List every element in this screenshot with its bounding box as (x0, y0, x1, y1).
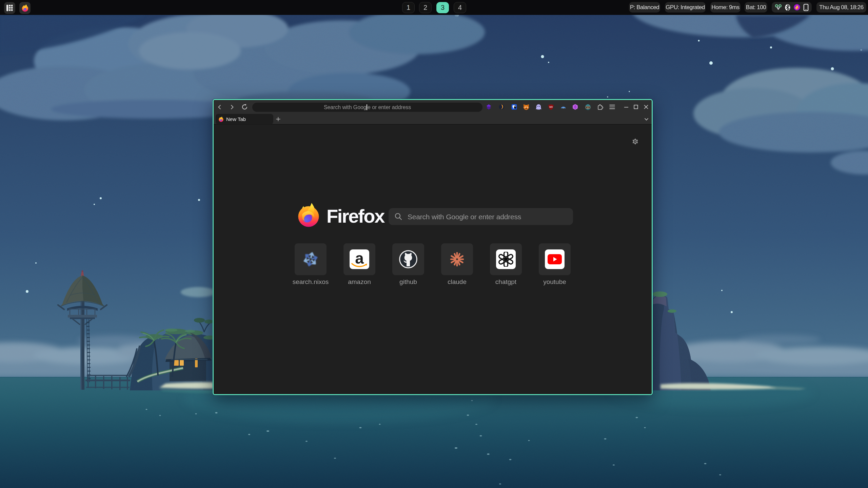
svg-text:UO: UO (549, 106, 553, 108)
